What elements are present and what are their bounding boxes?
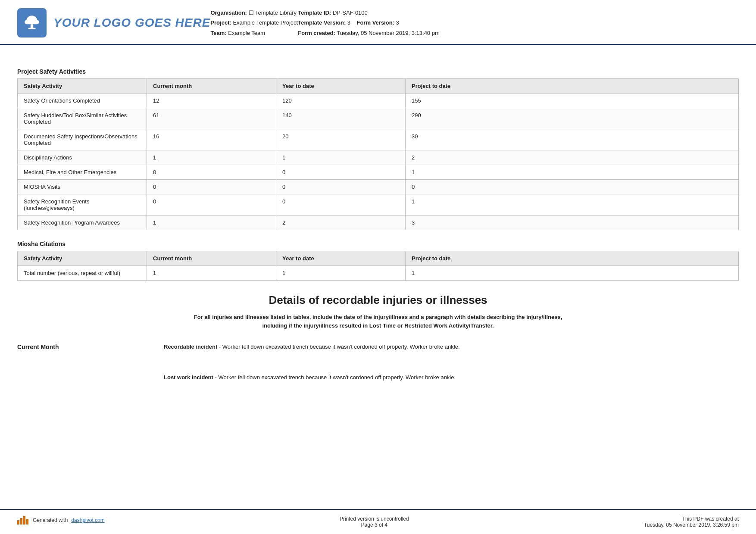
table-cell: 0	[276, 165, 406, 180]
incident-label: Lost work incident	[164, 374, 213, 381]
template-version-value: 3	[347, 19, 350, 26]
table-cell: Safety Orientations Completed	[18, 94, 147, 108]
logo-text: YOUR LOGO GOES HERE	[53, 16, 210, 30]
table-cell: 20	[276, 129, 406, 150]
col-header-activity: Safety Activity	[18, 79, 147, 94]
table-cell: 16	[147, 129, 276, 150]
table-cell: 1	[147, 150, 276, 165]
section1-title: Project Safety Activities	[17, 68, 739, 75]
footer-right-line1: This PDF was created at	[644, 516, 739, 522]
org-value: ☐ Template Library	[249, 9, 297, 16]
footer-right-line2: Tuesday, 05 November 2019, 3:26:59 pm	[644, 522, 739, 528]
table-cell: 30	[406, 129, 739, 150]
project-label: Project:	[210, 19, 231, 26]
table-cell: 3	[406, 215, 739, 230]
table-cell: 1	[276, 150, 406, 165]
table-cell: 1	[406, 194, 739, 215]
section2-header-row: Safety Activity Current month Year to da…	[18, 251, 739, 266]
col2-header-activity: Safety Activity	[18, 251, 147, 266]
table-cell: 120	[276, 94, 406, 108]
team-label: Team:	[210, 30, 226, 36]
table-row: Safety Recognition Events (lunches/givea…	[18, 194, 739, 215]
header-columns: Organisation: ☐ Template Library Project…	[210, 8, 739, 38]
table-row: Disciplinary Actions112	[18, 150, 739, 165]
team-value: Example Team	[228, 30, 265, 36]
details-heading: Details of recordable injuries or illnes…	[17, 294, 739, 307]
table-cell: Documented Safety Inspections/Observatio…	[18, 129, 147, 150]
org-label: Organisation:	[210, 9, 247, 16]
col-header-ytd: Year to date	[276, 79, 406, 94]
table-cell: 12	[147, 94, 276, 108]
details-subtext: For all injuries and illnesses listed in…	[184, 313, 572, 330]
logo-area: YOUR LOGO GOES HERE	[17, 8, 210, 37]
logo-icon	[17, 8, 47, 37]
page-footer: Generated with dashpivot.com Printed ver…	[0, 509, 756, 534]
table-cell: 290	[406, 108, 739, 129]
col-header-ptd: Project to date	[406, 79, 739, 94]
template-id-line: Template ID: DP-SAF-0100	[298, 8, 479, 18]
section1-table: Safety Activity Current month Year to da…	[17, 78, 739, 230]
svg-rect-3	[20, 518, 22, 525]
template-version-label: Template Version:	[298, 19, 346, 26]
project-value: Example Template Project	[233, 19, 298, 26]
incident-text: Lost work incident - Worker fell down ex…	[164, 373, 739, 382]
header-meta-right: Template ID: DP-SAF-0100 Template Versio…	[298, 8, 479, 38]
table-row: MIOSHA Visits000	[18, 180, 739, 194]
table-cell: 1	[147, 266, 276, 281]
footer-dashpivot-link[interactable]: dashpivot.com	[71, 517, 104, 523]
version-line: Template Version: 3 Form Version: 3	[298, 18, 479, 28]
table-cell: 1	[406, 165, 739, 180]
table-cell: Safety Recognition Program Awardees	[18, 215, 147, 230]
team-line: Team: Example Team	[210, 28, 298, 38]
logo-svg	[23, 14, 41, 32]
template-id-value: DP-SAF-0100	[333, 9, 368, 16]
table-cell: Medical, Fire and Other Emergencies	[18, 165, 147, 180]
table-cell: 1	[406, 266, 739, 281]
section2-title: Miosha Citations	[17, 240, 739, 247]
svg-rect-4	[23, 516, 25, 525]
form-created-value: Tuesday, 05 November 2019, 3:13:40 pm	[337, 30, 439, 36]
table-cell: 1	[147, 215, 276, 230]
table-row: Total number (serious, repeat or willful…	[18, 266, 739, 281]
template-id-label: Template ID:	[298, 9, 331, 16]
incident-label: Recordable incident	[164, 344, 217, 350]
incident-block: Lost work incident - Worker fell down ex…	[164, 373, 739, 391]
table-cell: Total number (serious, repeat or willful…	[18, 266, 147, 281]
org-line: Organisation: ☐ Template Library	[210, 8, 298, 18]
section2-table: Safety Activity Current month Year to da…	[17, 251, 739, 281]
footer-center-line1: Printed version is uncontrolled	[340, 516, 409, 522]
footer-right: This PDF was created at Tuesday, 05 Nove…	[644, 516, 739, 528]
incident-block: Recordable incident - Worker fell down e…	[164, 343, 739, 360]
svg-rect-1	[28, 28, 36, 29]
current-month-label: Current Month	[17, 343, 164, 404]
table-cell: 2	[276, 215, 406, 230]
table-cell: 0	[147, 165, 276, 180]
table-cell: 140	[276, 108, 406, 129]
table-cell: 0	[147, 194, 276, 215]
table-cell: 0	[147, 180, 276, 194]
header-meta-left: Organisation: ☐ Template Library Project…	[210, 8, 298, 38]
incident-text: Recordable incident - Worker fell down e…	[164, 343, 739, 352]
project-line: Project: Example Template Project	[210, 18, 298, 28]
footer-left: Generated with dashpivot.com	[17, 516, 105, 525]
table-cell: 1	[276, 266, 406, 281]
svg-rect-5	[26, 519, 28, 525]
footer-center-line2: Page 3 of 4	[340, 522, 409, 528]
footer-center: Printed version is uncontrolled Page 3 o…	[340, 516, 409, 528]
table-cell: 155	[406, 94, 739, 108]
table-cell: 0	[276, 180, 406, 194]
table-cell: 61	[147, 108, 276, 129]
table-row: Safety Huddles/Tool Box/Similar Activiti…	[18, 108, 739, 129]
footer-generated-text: Generated with	[33, 517, 68, 523]
col2-header-ptd: Project to date	[406, 251, 739, 266]
table-cell: 0	[406, 180, 739, 194]
dashpivot-icon	[17, 516, 29, 525]
table-cell: Safety Huddles/Tool Box/Similar Activiti…	[18, 108, 147, 129]
table-cell: Disciplinary Actions	[18, 150, 147, 165]
col2-header-current: Current month	[147, 251, 276, 266]
page-header: YOUR LOGO GOES HERE Organisation: ☐ Temp…	[0, 0, 756, 45]
table-cell: Safety Recognition Events (lunches/givea…	[18, 194, 147, 215]
form-version-value: 3	[396, 19, 399, 26]
details-incidents: Recordable incident - Worker fell down e…	[164, 343, 739, 404]
table-row: Safety Orientations Completed12120155	[18, 94, 739, 108]
